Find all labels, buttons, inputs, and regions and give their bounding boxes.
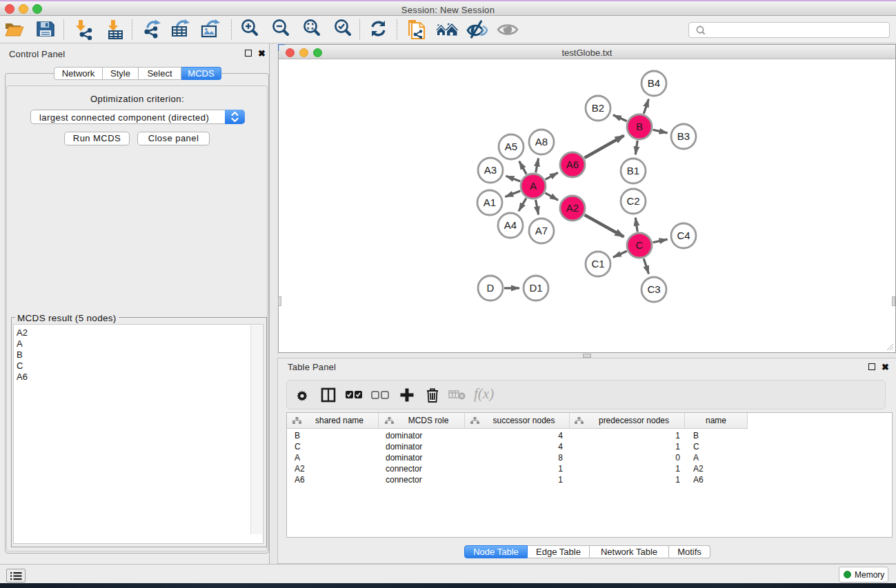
svg-text:B1: B1 xyxy=(627,165,639,176)
svg-text:A2: A2 xyxy=(566,202,579,214)
svg-text:C4: C4 xyxy=(677,230,690,241)
svg-text:A8: A8 xyxy=(535,136,548,148)
svg-text:D: D xyxy=(487,282,495,294)
svg-text:B: B xyxy=(636,121,643,132)
svg-text:C: C xyxy=(636,239,644,251)
svg-text:A6: A6 xyxy=(566,159,579,170)
svg-text:A7: A7 xyxy=(535,225,548,236)
svg-text:D1: D1 xyxy=(529,282,542,294)
svg-text:B3: B3 xyxy=(677,130,690,142)
svg-text:C1: C1 xyxy=(591,258,604,270)
svg-text:B4: B4 xyxy=(648,77,660,89)
svg-text:A4: A4 xyxy=(504,219,517,231)
svg-text:A5: A5 xyxy=(505,141,517,152)
svg-text:A1: A1 xyxy=(484,196,496,208)
svg-text:B2: B2 xyxy=(592,102,604,114)
svg-text:A: A xyxy=(530,180,537,192)
svg-text:C3: C3 xyxy=(647,283,660,295)
svg-text:C2: C2 xyxy=(626,195,639,207)
svg-text:A3: A3 xyxy=(484,164,497,176)
